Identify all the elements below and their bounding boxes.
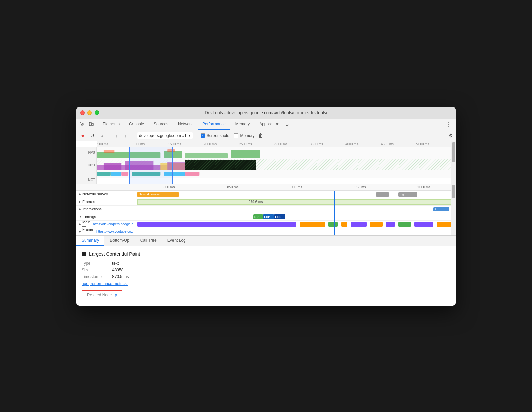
overview-scrollbar[interactable] <box>451 141 456 184</box>
tab-event-log[interactable]: Event Log <box>162 235 191 246</box>
memory-check-box <box>234 133 238 138</box>
device-icon[interactable] <box>87 120 95 128</box>
tab-performance[interactable]: Performance <box>198 119 230 130</box>
expand-arrow-timings[interactable]: ▼ <box>79 215 82 218</box>
record-button[interactable]: ● <box>79 132 86 139</box>
devtools-nav-tabs: Elements Console Sources Network Perform… <box>76 119 456 130</box>
flame-row-frames[interactable]: ▶ Frames 279.6 ms <box>76 198 456 206</box>
upload-button[interactable]: ↑ <box>112 132 120 139</box>
scrollbar-thumb[interactable] <box>452 142 455 162</box>
flame-rows-container: ▶ Network survey... Network survey... g … <box>76 191 456 235</box>
more-tabs-icon[interactable]: » <box>284 122 291 127</box>
devtools-menu-icon[interactable]: ⋮ <box>442 121 454 128</box>
ruler-mark-4000: 4000 ms <box>345 142 380 146</box>
fcp-badge: FCP <box>263 214 274 219</box>
main-orange-bar-4 <box>437 222 453 227</box>
blue-position-line <box>334 191 335 235</box>
ruler-mark-4500: 4500 ms <box>380 142 416 146</box>
tab-summary[interactable]: Summary <box>76 235 104 246</box>
ruler-mark-2500: 2500 ms <box>238 142 274 146</box>
devtools-window: DevTools - developers.google.com/web/too… <box>76 107 456 306</box>
svg-rect-4 <box>185 153 228 158</box>
tab-call-tree[interactable]: Call Tree <box>135 235 162 246</box>
svg-rect-1 <box>92 123 93 126</box>
expand-arrow-main[interactable]: ▶ <box>79 223 81 226</box>
flame-label-frames: ▶ Frames <box>76 198 137 205</box>
flame-label-interactions-text: Interactions <box>82 207 102 211</box>
titlebar: DevTools - developers.google.com/web/too… <box>76 107 456 119</box>
flame-row-network[interactable]: ▶ Network survey... Network survey... g … <box>76 191 456 198</box>
main-green-bar <box>328 222 338 227</box>
bottom-panel: Summary Bottom-Up Call Tree Event Log La… <box>76 236 456 306</box>
interactions-a-bar: A... <box>433 207 449 211</box>
toolbar-divider-2 <box>133 132 133 139</box>
clear-recording-button[interactable]: 🗑 <box>258 133 263 138</box>
tab-network[interactable]: Network <box>173 119 198 130</box>
expand-arrow-interactions[interactable]: ▶ <box>79 208 81 211</box>
detail-link[interactable]: age performance metrics. <box>82 281 128 286</box>
svg-rect-20 <box>111 172 121 176</box>
close-button[interactable] <box>80 110 85 115</box>
tab-icons <box>78 120 95 128</box>
tab-memory[interactable]: Memory <box>230 119 254 130</box>
flame-scrollbar[interactable] <box>451 184 456 235</box>
timeline-selection[interactable] <box>129 147 173 184</box>
svg-rect-0 <box>89 122 91 126</box>
overview-ruler: 500 ms 1000ms 1500 ms 2000 ms 2500 ms 30… <box>97 141 451 147</box>
flame-row-main[interactable]: ▶ Main — https://developers.google.com/w… <box>76 221 456 228</box>
toolbar-divider-3 <box>197 132 197 139</box>
flame-row-timings[interactable]: ▼ Timings FP FCP LCP <box>76 213 456 221</box>
flame-main-url[interactable]: https://developers.google.com/web/tools/… <box>93 222 137 226</box>
detail-size-value: 48958 <box>112 268 123 272</box>
overview-labels: FPS CPU NET <box>76 147 97 184</box>
tab-bottom-up[interactable]: Bottom-Up <box>104 235 135 246</box>
detail-size-row: Size 48958 <box>82 268 450 272</box>
maximize-button[interactable] <box>95 110 99 115</box>
screenshots-checkbox[interactable]: ✓ Screenshots <box>201 133 229 138</box>
network-small-bar-2: g g... <box>398 192 417 197</box>
flame-content-timings: FP FCP LCP <box>137 213 456 220</box>
performance-toolbar: ● ↺ ⊘ ↑ ↓ developers.google.com #1 ▼ ✓ S… <box>76 130 456 141</box>
window-title: DevTools - developers.google.com/web/too… <box>205 110 327 115</box>
ruler-marks-row: 500 ms 1000ms 1500 ms 2000 ms 2500 ms 30… <box>97 142 451 146</box>
fps-label: FPS <box>88 151 95 154</box>
flame-content-frames: 279.6 ms <box>137 198 456 205</box>
expand-arrow-frame[interactable]: ▶ <box>79 230 81 233</box>
time-mark-850: 850 ms <box>201 185 265 189</box>
flame-label-timings: ▼ Timings <box>76 213 137 220</box>
main-orange-bar-3 <box>370 222 383 227</box>
network-small-bar-1 <box>376 192 389 197</box>
inspect-icon[interactable] <box>78 120 86 128</box>
tab-sources[interactable]: Sources <box>149 119 173 130</box>
detail-link-text: age performance metrics. <box>82 281 450 286</box>
flame-scrollbar-thumb[interactable] <box>452 185 455 198</box>
memory-checkbox[interactable]: Memory <box>234 133 254 138</box>
fp-badge: FP <box>253 214 263 219</box>
tab-console[interactable]: Console <box>124 119 149 130</box>
flame-frame-url[interactable]: https://www.youtube.com/embed/G_P6rpRSr4… <box>96 230 137 233</box>
settings-icon[interactable]: ⚙ <box>449 133 453 138</box>
time-mark-900: 900 ms <box>265 185 328 189</box>
timeline-overview[interactable]: 500 ms 1000ms 1500 ms 2000 ms 2500 ms 30… <box>76 141 456 184</box>
tab-application[interactable]: Application <box>254 119 284 130</box>
time-mark-800: 800 ms <box>137 185 201 189</box>
flame-row-frame[interactable]: ▶ Frame — https://www.youtube.com/embed/… <box>76 228 456 235</box>
tab-elements[interactable]: Elements <box>98 119 124 130</box>
download-button[interactable]: ↓ <box>122 132 129 139</box>
reload-profile-button[interactable]: ↺ <box>88 132 96 139</box>
clear-button[interactable]: ⊘ <box>98 132 105 139</box>
main-orange-bar-1 <box>300 222 325 227</box>
main-purple-bar <box>137 222 296 227</box>
flame-chart-area: 800 ms 850 ms 900 ms 950 ms 1000 ms ▶ Ne… <box>76 184 456 236</box>
profile-selector[interactable]: developers.google.com #1 ▼ <box>137 132 193 139</box>
main-purple-bar-3 <box>386 222 395 227</box>
flame-label-network: ▶ Network survey... <box>76 191 137 198</box>
timing-dashed-line <box>278 191 278 235</box>
detail-type-value: text <box>112 261 119 266</box>
frames-duration: 279.6 ms <box>249 200 263 204</box>
minimize-button[interactable] <box>87 110 92 115</box>
lcp-badge[interactable]: LCP <box>274 214 285 219</box>
flame-row-interactions[interactable]: ▶ Interactions A... <box>76 206 456 213</box>
expand-arrow-frames[interactable]: ▶ <box>79 200 81 203</box>
expand-arrow-network[interactable]: ▶ <box>79 193 81 196</box>
